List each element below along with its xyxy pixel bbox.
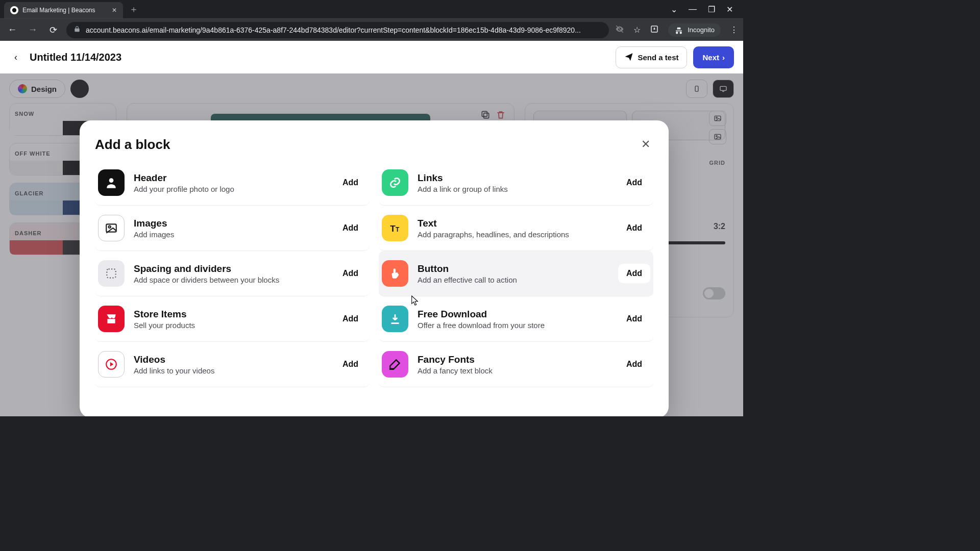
block-option-links[interactable]: Links Add a link or group of links Add xyxy=(379,160,653,206)
browser-chrome: Email Marketing | Beacons ✕ ＋ ⌄ ― ❐ ✕ ← … xyxy=(0,0,743,41)
minimize-icon[interactable]: ― xyxy=(689,5,697,14)
add-button[interactable]: Add xyxy=(618,173,650,192)
tab-strip: Email Marketing | Beacons ✕ ＋ ⌄ ― ❐ ✕ xyxy=(0,0,743,18)
lock-icon xyxy=(74,26,81,34)
chevron-down-icon[interactable]: ⌄ xyxy=(671,5,677,14)
beacons-favicon-icon xyxy=(10,6,18,14)
svg-point-12 xyxy=(109,226,111,228)
block-option-fancy-fonts[interactable]: Fancy Fonts Add a fancy text block Add xyxy=(379,342,653,387)
send-icon xyxy=(624,52,633,63)
modal-title: Add a block xyxy=(95,137,170,153)
block-option-download[interactable]: Free Download Offer a free download from… xyxy=(379,296,653,342)
incognito-label: Incognito xyxy=(688,26,715,34)
add-button[interactable]: Add xyxy=(618,309,650,329)
url-field[interactable]: account.beacons.ai/email-marketing/9a4b8… xyxy=(66,22,609,38)
url-text: account.beacons.ai/email-marketing/9a4b8… xyxy=(86,26,581,34)
close-window-icon[interactable]: ✕ xyxy=(726,5,733,14)
add-button[interactable]: Add xyxy=(618,218,650,238)
add-block-modal: Add a block ✕ Header Add your profile ph… xyxy=(80,120,669,416)
spacing-icon xyxy=(98,260,125,287)
next-label: Next xyxy=(702,53,719,62)
add-button[interactable]: Add xyxy=(334,173,366,192)
edit-icon xyxy=(382,351,408,378)
next-button[interactable]: Next › xyxy=(693,46,734,68)
block-option-videos[interactable]: Videos Add links to your videos Add xyxy=(95,342,370,387)
incognito-indicator[interactable]: Incognito xyxy=(668,23,721,37)
install-pwa-icon[interactable] xyxy=(650,24,659,36)
add-button[interactable]: Add xyxy=(618,355,650,374)
window-controls: ⌄ ― ❐ ✕ xyxy=(665,5,739,14)
nav-forward-icon: → xyxy=(26,24,40,35)
svg-rect-15 xyxy=(107,269,115,278)
app-header: ‹ Untitled 11/14/2023 Send a test Next › xyxy=(0,41,743,73)
reload-icon[interactable]: ⟳ xyxy=(46,24,60,36)
svg-point-10 xyxy=(109,178,114,183)
nav-back-icon[interactable]: ← xyxy=(5,24,19,35)
tab-title: Email Marketing | Beacons xyxy=(22,7,95,14)
block-option-button[interactable]: Button Add an effective call to action A… xyxy=(379,251,653,296)
chevron-right-icon: › xyxy=(722,53,725,62)
add-button[interactable]: Add xyxy=(334,264,366,283)
close-icon[interactable]: ✕ xyxy=(638,135,653,154)
image-icon xyxy=(98,215,125,241)
document-title: Untitled 11/14/2023 xyxy=(30,52,121,63)
star-icon[interactable]: ☆ xyxy=(633,25,641,35)
eye-off-icon[interactable] xyxy=(615,24,624,36)
block-option-spacing[interactable]: Spacing and dividers Add space or divide… xyxy=(95,251,370,296)
play-icon xyxy=(98,351,125,378)
download-icon xyxy=(382,306,408,332)
svg-rect-11 xyxy=(106,224,116,232)
send-test-button[interactable]: Send a test xyxy=(616,46,687,68)
tab-close-icon[interactable]: ✕ xyxy=(112,7,117,14)
add-button[interactable]: Add xyxy=(334,309,366,329)
store-icon xyxy=(98,306,125,332)
svg-text:T: T xyxy=(396,226,400,233)
address-bar: ← → ⟳ account.beacons.ai/email-marketing… xyxy=(0,18,743,41)
block-option-images[interactable]: Images Add images Add xyxy=(95,206,370,251)
send-test-label: Send a test xyxy=(638,53,678,62)
browser-tab[interactable]: Email Marketing | Beacons ✕ xyxy=(4,2,123,18)
block-option-text[interactable]: TT Text Add paragraphs, headlines, and d… xyxy=(379,206,653,251)
block-option-store[interactable]: Store Items Sell your products Add xyxy=(95,296,370,342)
profile-icon xyxy=(98,169,125,196)
svg-text:T: T xyxy=(390,223,396,234)
app-surface: ‹ Untitled 11/14/2023 Send a test Next ›… xyxy=(0,41,743,416)
block-option-header[interactable]: Header Add your profile photo or logo Ad… xyxy=(95,160,370,206)
add-button[interactable]: Add xyxy=(334,355,366,374)
touch-icon xyxy=(382,260,408,287)
back-button[interactable]: ‹ xyxy=(9,49,22,66)
new-tab-button[interactable]: ＋ xyxy=(123,3,144,15)
add-button[interactable]: Add xyxy=(618,264,650,283)
maximize-icon[interactable]: ❐ xyxy=(708,5,715,14)
incognito-icon xyxy=(674,26,683,35)
add-button[interactable]: Add xyxy=(334,218,366,238)
kebab-menu-icon[interactable]: ⋮ xyxy=(730,25,738,35)
link-icon xyxy=(382,169,408,196)
svg-point-0 xyxy=(12,8,16,12)
text-icon: TT xyxy=(382,215,408,241)
